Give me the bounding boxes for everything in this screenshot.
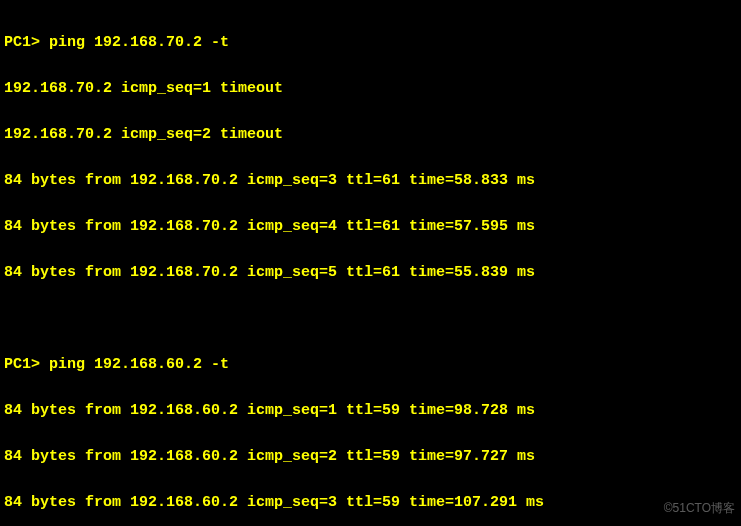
output-line: 84 bytes from 192.168.70.2 icmp_seq=4 tt… [4,215,737,238]
output-line: 192.168.70.2 icmp_seq=1 timeout [4,77,737,100]
prompt: PC1> [4,34,40,51]
command-line: PC1> ping 192.168.60.2 -t [4,353,737,376]
output-line: 84 bytes from 192.168.60.2 icmp_seq=1 tt… [4,399,737,422]
terminal-output[interactable]: PC1> ping 192.168.70.2 -t 192.168.70.2 i… [0,0,741,526]
blank-line [4,307,737,330]
command-text: ping 192.168.70.2 -t [49,34,229,51]
output-line: 84 bytes from 192.168.60.2 icmp_seq=3 tt… [4,491,737,514]
watermark: ©51CTO博客 [664,497,735,520]
output-line: 84 bytes from 192.168.70.2 icmp_seq=3 tt… [4,169,737,192]
output-line: 84 bytes from 192.168.70.2 icmp_seq=5 tt… [4,261,737,284]
output-line: 192.168.70.2 icmp_seq=2 timeout [4,123,737,146]
output-line: 84 bytes from 192.168.60.2 icmp_seq=2 tt… [4,445,737,468]
command-text: ping 192.168.60.2 -t [49,356,229,373]
command-line: PC1> ping 192.168.70.2 -t [4,31,737,54]
prompt: PC1> [4,356,40,373]
